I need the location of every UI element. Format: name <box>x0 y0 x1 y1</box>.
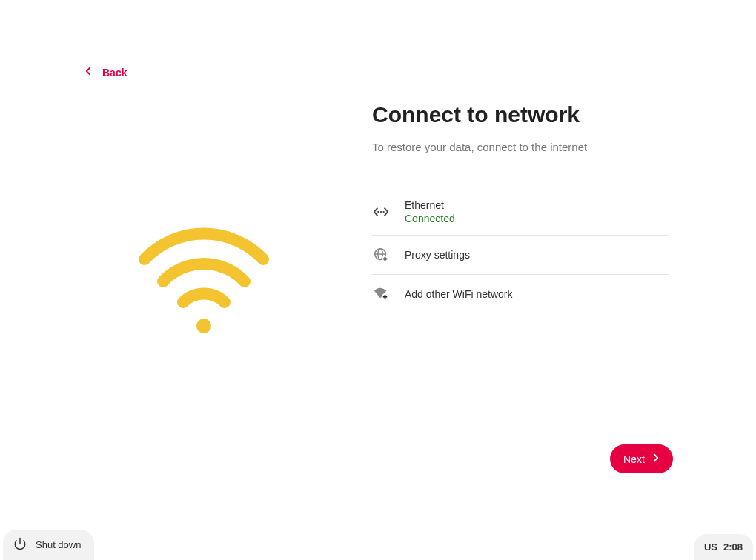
wifi-add-icon <box>372 285 390 303</box>
next-button[interactable]: Next <box>610 444 673 473</box>
proxy-label: Proxy settings <box>405 249 470 261</box>
page-title: Connect to network <box>372 102 669 127</box>
ethernet-icon <box>372 203 390 221</box>
network-item-ethernet[interactable]: Ethernet Connected <box>372 189 669 236</box>
globe-add-icon <box>372 246 390 264</box>
back-label: Back <box>102 67 127 79</box>
ethernet-label: Ethernet <box>405 199 455 211</box>
next-label: Next <box>623 453 645 465</box>
network-item-add-wifi[interactable]: Add other WiFi network <box>372 275 669 313</box>
chevron-left-icon <box>82 64 95 80</box>
shutdown-button[interactable]: Shut down <box>3 530 94 560</box>
network-item-proxy[interactable]: Proxy settings <box>372 236 669 275</box>
power-icon <box>13 537 27 553</box>
svg-point-0 <box>196 319 211 333</box>
chevron-right-icon <box>649 451 663 467</box>
shutdown-label: Shut down <box>36 539 81 550</box>
locale-label: US <box>704 541 717 553</box>
status-pill[interactable]: US 2:08 <box>694 534 753 560</box>
back-button[interactable]: Back <box>82 64 127 80</box>
bottom-bar: Shut down US 2:08 <box>0 532 756 560</box>
ethernet-status: Connected <box>405 213 455 224</box>
network-list: Ethernet Connected Proxy settings <box>372 189 669 313</box>
wifi-illustration <box>111 222 296 344</box>
page-subtitle: To restore your data, connect to the int… <box>372 141 669 153</box>
time-label: 2:08 <box>723 541 743 553</box>
add-wifi-label: Add other WiFi network <box>405 288 513 300</box>
